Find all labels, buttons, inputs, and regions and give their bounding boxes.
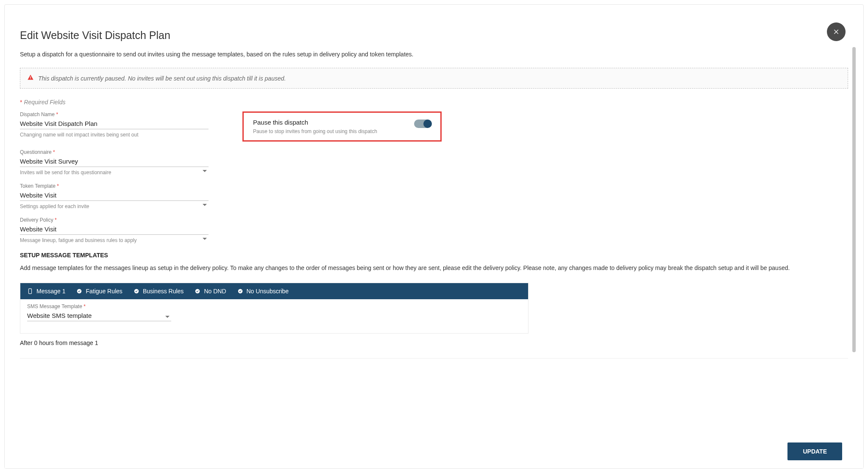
dnd-chip-label: No DND <box>204 288 226 295</box>
modal-container: Edit Website Visit Dispatch Plan Setup a… <box>4 4 864 469</box>
delivery-policy-help: Message lineup, fatigue and business rul… <box>20 237 209 243</box>
check-circle-icon <box>237 288 243 294</box>
chevron-down-icon <box>203 204 207 206</box>
page-title: Edit Website Visit Dispatch Plan <box>20 29 848 42</box>
asterisk-icon: * <box>20 99 22 106</box>
delivery-policy-value: Website Visit <box>20 223 209 235</box>
check-circle-icon <box>134 288 139 294</box>
svg-rect-0 <box>30 76 31 78</box>
svg-point-3 <box>77 289 82 294</box>
sms-template-field[interactable]: SMS Message Template * Website SMS templ… <box>27 303 171 321</box>
separator <box>20 358 848 359</box>
alert-message: This dispatch is currently paused. No in… <box>38 75 286 82</box>
chevron-down-icon <box>203 238 207 240</box>
delivery-policy-field[interactable]: Delivery Policy * Website Visit Message … <box>20 217 209 243</box>
required-legend-text: Required Fields <box>24 99 65 106</box>
paused-alert: This dispatch is currently paused. No in… <box>20 68 848 89</box>
dispatch-name-help: Changing name will not impact invites be… <box>20 132 209 138</box>
svg-point-5 <box>195 289 200 294</box>
dispatch-name-input[interactable] <box>20 117 209 129</box>
message-card-header: Message 1 Fatigue Rules Business Rules N… <box>20 283 528 299</box>
svg-point-6 <box>238 289 242 294</box>
templates-section-title: SETUP MESSAGE TEMPLATES <box>20 252 848 259</box>
business-chip-label: Business Rules <box>143 288 184 295</box>
token-template-label: Token Template * <box>20 183 209 189</box>
page-subtitle: Setup a dispatch for a questionnaire to … <box>20 51 848 58</box>
business-chip: Business Rules <box>134 288 184 295</box>
close-button[interactable] <box>827 22 846 41</box>
check-circle-icon <box>76 288 82 294</box>
warning-icon <box>27 74 34 82</box>
fatigue-chip: Fatigue Rules <box>76 288 122 295</box>
questionnaire-help: Invites will be send for this questionna… <box>20 170 209 175</box>
modal-footer: UPDATE <box>5 434 863 468</box>
dispatch-name-field: Dispatch Name * Changing name will not i… <box>20 111 209 142</box>
pause-help: Pause to stop invites from going out usi… <box>253 128 377 134</box>
questionnaire-value: Website Visit Survey <box>20 155 209 167</box>
sms-template-label: SMS Message Template * <box>27 303 171 309</box>
svg-rect-1 <box>30 78 31 79</box>
token-template-value: Website Visit <box>20 189 209 201</box>
mobile-icon <box>27 288 33 294</box>
scrollbar[interactable] <box>852 47 856 352</box>
modal-content: Edit Website Visit Dispatch Plan Setup a… <box>5 5 863 434</box>
sms-template-value: Website SMS template <box>27 309 171 321</box>
message-chip-label: Message 1 <box>36 288 65 295</box>
questionnaire-label: Questionnaire * <box>20 149 209 155</box>
chevron-down-icon <box>203 170 207 172</box>
fatigue-chip-label: Fatigue Rules <box>86 288 122 295</box>
update-button[interactable]: UPDATE <box>787 442 842 460</box>
unsub-chip-label: No Unsubscribe <box>247 288 289 295</box>
check-circle-icon <box>195 288 200 294</box>
templates-section-desc: Add message templates for the messages l… <box>20 264 848 273</box>
pause-toggle[interactable] <box>414 120 431 128</box>
token-template-help: Settings applied for each invite <box>20 203 209 209</box>
svg-rect-2 <box>29 289 32 294</box>
message-chip: Message 1 <box>27 288 65 295</box>
questionnaire-field[interactable]: Questionnaire * Website Visit Survey Inv… <box>20 149 209 175</box>
chevron-down-icon <box>165 316 170 318</box>
svg-point-4 <box>134 289 139 294</box>
token-template-field[interactable]: Token Template * Website Visit Settings … <box>20 183 209 209</box>
after-line: After 0 hours from message 1 <box>20 339 848 346</box>
toggle-knob-icon <box>423 120 432 128</box>
scrollbar-thumb[interactable] <box>852 47 856 352</box>
unsub-chip: No Unsubscribe <box>237 288 289 295</box>
dispatch-name-label: Dispatch Name * <box>20 111 209 117</box>
dnd-chip: No DND <box>195 288 226 295</box>
message-card: Message 1 Fatigue Rules Business Rules N… <box>20 283 529 334</box>
pause-dispatch-card: Pause this dispatch Pause to stop invite… <box>242 111 442 142</box>
delivery-policy-label: Delivery Policy * <box>20 217 209 223</box>
close-icon <box>833 28 840 35</box>
pause-title: Pause this dispatch <box>253 119 377 126</box>
required-legend: *Required Fields <box>20 99 848 106</box>
